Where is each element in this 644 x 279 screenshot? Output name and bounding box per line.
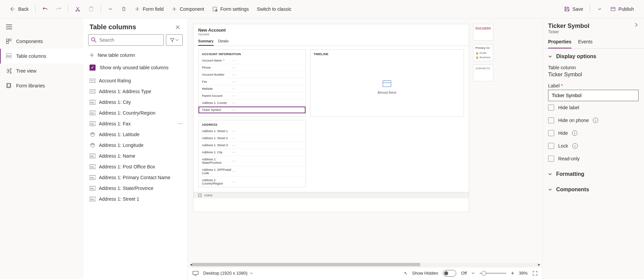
checkbox-icon xyxy=(548,105,554,111)
form-field[interactable]: Phone--- xyxy=(199,64,306,71)
form-field[interactable]: Address 1: Street 2--- xyxy=(199,135,306,142)
column-item[interactable]: AbcAddress 1: City⋯ xyxy=(83,97,187,108)
redo-button[interactable] xyxy=(52,4,65,14)
form-tab-summary[interactable]: Summary xyxy=(198,39,214,46)
nav-tree-view-label: Tree view xyxy=(16,68,36,74)
expand-icon[interactable] xyxy=(634,23,639,27)
close-icon[interactable] xyxy=(174,24,181,31)
horizontal-scrollbar[interactable]: ◀ ▶ xyxy=(188,262,542,267)
column-item[interactable]: Address 1: Address Type⋯ xyxy=(83,86,187,97)
column-item[interactable]: AbcAddress 1: Street 1⋯ xyxy=(83,194,187,204)
timeline-icon xyxy=(382,79,392,87)
scroll-right-icon[interactable]: ▶ xyxy=(538,263,540,266)
more-icon[interactable]: ⋯ xyxy=(178,121,183,126)
search-input[interactable] xyxy=(99,37,161,43)
form-field[interactable]: Address 1: ZIP/Postal Code--- xyxy=(199,166,306,177)
back-button[interactable]: Back xyxy=(7,4,32,14)
form-field[interactable]: Ticker Symbol--- xyxy=(199,107,306,113)
form-field[interactable]: Address 1: Country/Region--- xyxy=(199,177,306,187)
column-item[interactable]: AbcAddress 1: State/Province⋯ xyxy=(83,183,187,194)
form-field[interactable]: Address 1: City--- xyxy=(199,149,306,156)
column-item[interactable]: AbcAddress 1: Fax⋯ xyxy=(83,118,187,129)
undo-button[interactable] xyxy=(39,4,51,14)
timeline-section[interactable]: Timeline Almost there xyxy=(310,49,464,117)
delete-button[interactable] xyxy=(118,4,130,14)
section-formatting[interactable]: Formatting xyxy=(548,171,639,181)
field-value: --- xyxy=(232,73,235,76)
info-icon[interactable]: i xyxy=(572,143,578,149)
form-field[interactable]: Account Name *--- xyxy=(199,57,306,64)
tab-events[interactable]: Events xyxy=(578,39,593,48)
field-label: Website xyxy=(202,87,232,90)
cut-button[interactable] xyxy=(72,4,84,14)
mini-card-contacts[interactable]: CONTACTS xyxy=(473,65,493,81)
info-icon[interactable]: i xyxy=(572,130,577,136)
section-address[interactable]: ADDRESS Address 1: Street 1---Address 1:… xyxy=(198,120,306,187)
form-field[interactable]: Address 1: Street 1--- xyxy=(199,128,306,135)
lock-checkbox[interactable]: Lock i xyxy=(548,140,639,152)
filter-button[interactable] xyxy=(166,34,183,46)
nav-table-columns[interactable]: Abc Table columns xyxy=(0,49,83,64)
form-field[interactable]: Address 1: State/Province--- xyxy=(199,156,306,166)
hide-label-checkbox[interactable]: Hide label xyxy=(548,101,639,114)
publish-button[interactable]: Publish xyxy=(607,4,637,14)
mini-card-primary[interactable]: Primary Co 🔒 Email 🔒 Business xyxy=(473,44,493,61)
form-tab-details[interactable]: Details xyxy=(218,39,229,46)
properties-panel: Ticker Symbol Ticker Properties Events D… xyxy=(542,18,644,279)
show-hidden-toggle[interactable] xyxy=(443,270,456,277)
form-field[interactable]: Fax--- xyxy=(199,78,306,85)
form-field[interactable]: Account Number--- xyxy=(199,71,306,78)
form-field[interactable]: Website--- xyxy=(199,85,306,92)
add-form-field-button[interactable]: Form field xyxy=(131,4,167,14)
tab-properties[interactable]: Properties xyxy=(548,39,571,48)
form-settings-button[interactable]: Form settings xyxy=(209,4,252,14)
unused-toggle[interactable]: Show only unused table columns xyxy=(83,61,187,75)
zoom-out-button[interactable]: − xyxy=(471,270,474,276)
fit-screen-button[interactable] xyxy=(532,271,538,276)
column-item[interactable]: AbcAddress 1: Name⋯ xyxy=(83,151,187,161)
paste-dropdown[interactable] xyxy=(104,4,116,14)
add-component-button[interactable]: Component xyxy=(168,4,207,14)
zoom-in-button[interactable]: + xyxy=(511,270,514,276)
props-tabs: Properties Events xyxy=(543,36,644,49)
form-field[interactable]: Address 1: County--- xyxy=(199,99,306,107)
form-field[interactable]: Address 1: Street 3--- xyxy=(199,142,306,149)
info-icon[interactable]: i xyxy=(593,118,598,123)
nav-tree-view[interactable]: Tree view xyxy=(0,64,83,78)
new-table-column-button[interactable]: New table column xyxy=(83,49,187,61)
viewport-selector[interactable]: Desktop (1920 x 1080) xyxy=(203,271,253,276)
nav-form-libraries[interactable]: Form libraries xyxy=(0,78,83,93)
section-components[interactable]: Components xyxy=(548,187,639,196)
column-item[interactable]: AbcAddress 1: Post Office Box⋯ xyxy=(83,161,187,172)
zoom-value: 39% xyxy=(519,271,528,276)
field-value: --- xyxy=(232,136,235,140)
switch-classic-button[interactable]: Switch to classic xyxy=(254,4,295,14)
column-item[interactable]: AbcAddress 1: Country/Region⋯ xyxy=(83,108,187,118)
section-account-info[interactable]: ACCOUNT INFORMATION Account Name *---Pho… xyxy=(198,49,306,117)
readonly-checkbox[interactable]: Read-only xyxy=(548,152,639,165)
hamburger-button[interactable] xyxy=(0,25,83,34)
label-input[interactable] xyxy=(548,90,639,101)
column-item[interactable]: Address 1: Latitude⋯ xyxy=(83,129,187,140)
nav-components[interactable]: Components xyxy=(0,34,83,49)
chevron-down-icon xyxy=(548,188,552,192)
paste-button[interactable] xyxy=(85,4,97,14)
form-surface[interactable]: New Account Account Summary Details ACCO… xyxy=(193,24,469,212)
save-button[interactable]: Save xyxy=(561,4,586,14)
form-field[interactable]: Parent Account--- xyxy=(199,92,306,99)
svg-rect-12 xyxy=(10,69,11,70)
column-item[interactable]: AbcAddress 1: Primary Contact Name⋯ xyxy=(83,172,187,183)
chevron-down-icon xyxy=(548,54,552,58)
hide-checkbox[interactable]: Hide i xyxy=(548,127,639,140)
plus-icon xyxy=(90,53,94,57)
save-dropdown[interactable] xyxy=(594,4,606,14)
hide-phone-checkbox[interactable]: Hide on phone i xyxy=(548,114,639,127)
section-display-options[interactable]: Display options xyxy=(548,53,639,63)
scroll-left-icon[interactable]: ◀ xyxy=(190,263,192,266)
column-item[interactable]: Account Rating⋯ xyxy=(83,75,187,86)
search-input-wrapper[interactable] xyxy=(88,34,164,46)
zoom-slider[interactable] xyxy=(479,273,506,274)
switch-classic-label: Switch to classic xyxy=(257,6,292,12)
column-item[interactable]: Address 1: Longitude⋯ xyxy=(83,140,187,151)
mini-card-error[interactable]: Error loading xyxy=(473,24,493,41)
